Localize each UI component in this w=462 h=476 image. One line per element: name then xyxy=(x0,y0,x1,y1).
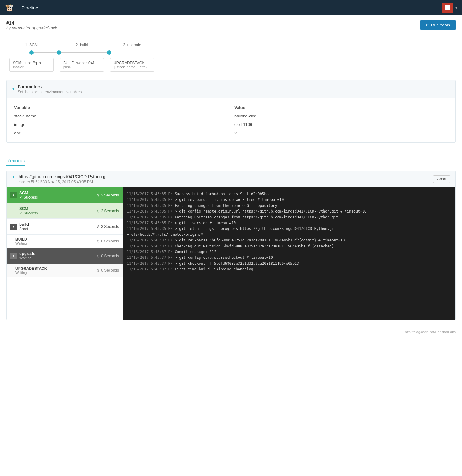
stage-3-box[interactable]: UPGRADESTACK ${stack_name} - http:/... xyxy=(110,58,154,72)
stage-build: 2. build BUILD: wanghl041... push xyxy=(57,43,107,72)
param-row: one2 xyxy=(12,129,450,137)
sub-stage-upgrade-name: UPGRADESTACK xyxy=(15,266,47,271)
stage-1-time: ⊙ 2 Seconds xyxy=(97,193,119,197)
parameters-header-text: Parameters Set the pipeline environment … xyxy=(18,84,82,94)
log-line: 11/15/2017 5:43:35 PM > git --version # … xyxy=(127,220,452,226)
parameters-section: ▼ Parameters Set the pipeline environmen… xyxy=(6,80,456,143)
log-line: 11/15/2017 5:43:35 PM Fetching upstream … xyxy=(127,214,452,220)
stage-2-time: ⊙ 2 Seconds xyxy=(97,209,119,213)
abort-button[interactable]: Abort xyxy=(433,175,450,183)
run-info: #14 by parameter-upgradeStack ⟳ Run Agai… xyxy=(6,20,456,30)
clock-icon-1: ⊙ xyxy=(97,193,100,197)
parameters-title: Parameters xyxy=(18,84,82,89)
stage-1-name: SCM xyxy=(19,190,38,195)
sub-stage-build-time-text: 0 Seconds xyxy=(101,239,119,243)
section-divider xyxy=(6,153,456,153)
stage-4-status: Waiting xyxy=(19,256,35,260)
log-line: +refs/heads/*:refs/remotes/origin/* xyxy=(127,232,452,237)
sub-stage-build-info: BUILD Waiting xyxy=(15,237,27,245)
stage-1-status-text: Success xyxy=(24,195,38,200)
record-header: ▼ https://github.com/kingsd041/CICD-Pyth… xyxy=(7,171,455,187)
col-variable: Variable xyxy=(12,103,232,112)
record-header-left: ▼ https://github.com/kingsd041/CICD-Pyth… xyxy=(12,174,108,184)
stage-1-box[interactable]: SCM: https://gith... master xyxy=(9,58,54,72)
stage-1-line xyxy=(34,52,57,53)
params-data-table: Variable Value stack_namehailong-cicdima… xyxy=(12,103,450,137)
record-repo-url: https://github.com/kingsd041/CICD-Python… xyxy=(19,174,108,179)
stage-1-label: 1. SCM xyxy=(25,43,38,47)
stage-4-time-text: 0 Seconds xyxy=(101,254,119,258)
log-line: 11/15/2017 5:43:37 PM > git checkout -f … xyxy=(127,261,452,266)
stage-1-toggle[interactable]: ▼ xyxy=(10,192,17,198)
param-value: cicd-1106 xyxy=(232,120,450,129)
stage-2-box[interactable]: BUILD: wanghl041... push xyxy=(60,58,104,72)
record-stage-build: ▼ build Abort ⊙ 3 Seconds xyxy=(7,219,123,235)
stage-2-status-text: Success xyxy=(24,211,38,215)
param-row: imagecicd-1106 xyxy=(12,120,450,129)
run-again-label: Run Again xyxy=(431,23,450,27)
records-section: Records ▼ https://github.com/kingsd041/C… xyxy=(6,158,456,320)
stage-2-title: BUILD: wanghl041... xyxy=(63,61,100,65)
param-variable: one xyxy=(12,129,232,137)
sub-stage-build: BUILD Waiting ⊙ 0 Seconds xyxy=(7,235,123,248)
clock-icon-sub-upgrade: ⊙ xyxy=(97,268,100,273)
param-value: 2 xyxy=(232,129,450,137)
stage-3-label: 3. upgrade xyxy=(123,43,141,47)
run-again-button[interactable]: ⟳ Run Again xyxy=(420,20,456,30)
parameters-table: Variable Value stack_namehailong-cicdima… xyxy=(7,98,455,142)
avatar-image xyxy=(445,5,450,10)
parameters-header[interactable]: ▼ Parameters Set the pipeline environmen… xyxy=(7,80,455,98)
sub-stage-upgrade: UPGRADESTACK Waiting ⊙ 0 Seconds xyxy=(7,264,123,277)
sub-stage-upgrade-time: ⊙ 0 Seconds xyxy=(97,268,119,273)
run-number: #14 xyxy=(6,20,57,26)
stage-3-info: build Abort xyxy=(19,222,29,231)
clock-icon-3: ⊙ xyxy=(97,224,100,229)
parameters-toggle-icon: ▼ xyxy=(12,87,15,91)
stage-3-name: build xyxy=(19,222,29,227)
stage-1-title: SCM: https://gith... xyxy=(13,61,50,65)
stage-2-dot xyxy=(57,50,61,55)
svg-text:🐮: 🐮 xyxy=(5,3,14,12)
log-line: 11/15/2017 5:43:37 PM First time build. … xyxy=(127,266,452,272)
stage-1-dot-row xyxy=(6,50,57,55)
sub-stage-build-name: BUILD xyxy=(15,237,27,241)
stage-2-line xyxy=(61,52,107,53)
param-value: hailong-cicd xyxy=(232,112,450,120)
log-line: 11/15/2017 5:43:37 PM > git config core.… xyxy=(127,255,452,260)
stage-row-left-4: ▼ upgrade Waiting xyxy=(10,251,35,260)
stage-2-label: 2. build xyxy=(76,43,88,47)
records-title[interactable]: Records xyxy=(6,158,25,166)
run-details: #14 by parameter-upgradeStack xyxy=(6,20,57,30)
record-item: ▼ https://github.com/kingsd041/CICD-Pyth… xyxy=(6,171,456,320)
stage-row-left-1: ▼ SCM ✓ Success xyxy=(10,190,38,200)
stage-3-dot-row xyxy=(107,50,157,55)
clock-icon-4: ⊙ xyxy=(97,254,100,258)
user-avatar[interactable] xyxy=(442,3,453,13)
sub-stage-upgrade-info: UPGRADESTACK Waiting xyxy=(15,266,47,275)
sub-stage-build-time: ⊙ 0 Seconds xyxy=(97,239,119,243)
stage-scm: 1. SCM SCM: https://gith... master xyxy=(6,43,57,72)
stage-3-sub: ${stack_name} - http:/... xyxy=(114,65,151,69)
log-line: 11/15/2017 5:43:35 PM > git rev-parse --… xyxy=(127,197,452,202)
log-line: 11/15/2017 5:43:35 PM > git config remot… xyxy=(127,208,452,214)
stage-3-time: ⊙ 3 Seconds xyxy=(97,224,119,229)
user-menu[interactable]: ▼ xyxy=(442,3,458,13)
sub-stage-build-status: Waiting xyxy=(15,241,27,245)
run-again-icon: ⟳ xyxy=(426,23,429,27)
log-panel: 11/15/2017 5:43:35 PM Success build forh… xyxy=(123,187,455,320)
parameters-subtitle: Set the pipeline environment variables xyxy=(18,90,82,94)
log-line: 11/15/2017 5:43:37 PM > git rev-parse 5b… xyxy=(127,237,452,243)
footer: http://blog.csdn.net/RancherLabs xyxy=(0,327,462,336)
main-content: #14 by parameter-upgradeStack ⟳ Run Agai… xyxy=(0,15,462,327)
record-meta: master 5b6fd680 Nov 15, 2017 05:43:35 PM xyxy=(19,180,108,184)
record-toggle-icon[interactable]: ▼ xyxy=(12,175,15,179)
stage-1-sub: master xyxy=(13,65,50,69)
stage-3-toggle[interactable]: ▼ xyxy=(10,224,17,230)
sub-stage-upgrade-status: Waiting xyxy=(15,271,47,275)
param-variable: stack_name xyxy=(12,112,232,120)
check-icon-2: ✓ xyxy=(19,211,22,215)
stage-4-toggle[interactable]: ▼ xyxy=(10,253,17,259)
stage-2-info: SCM ✓ Success xyxy=(19,206,38,215)
record-body: ▼ SCM ✓ Success ⊙ 2 Seconds xyxy=(7,187,455,320)
user-dropdown-icon[interactable]: ▼ xyxy=(454,5,458,10)
